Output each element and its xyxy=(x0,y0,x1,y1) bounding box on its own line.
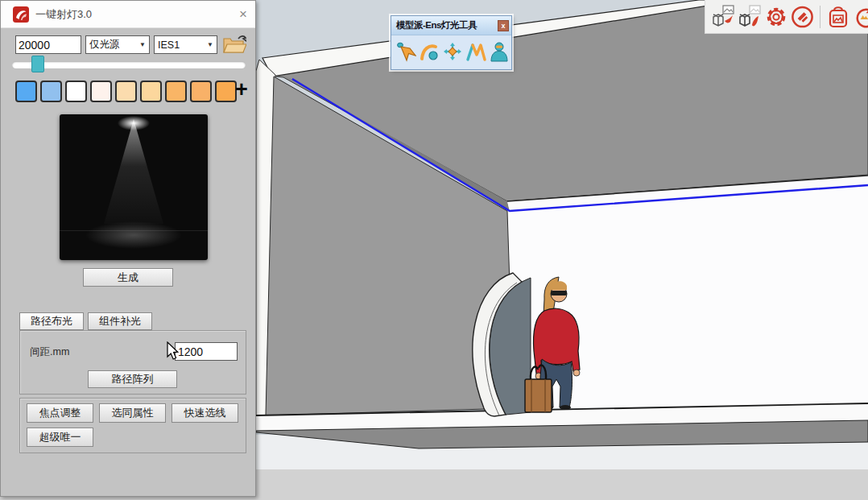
panel-close-icon[interactable]: × xyxy=(231,6,255,23)
color-swatch[interactable] xyxy=(140,81,162,102)
tools-group: 焦点调整选同属性快速选线超级唯一 xyxy=(19,398,246,453)
light-cone xyxy=(104,119,163,224)
light-mode-value: 仅光源 xyxy=(89,38,120,52)
spacing-input[interactable] xyxy=(175,342,238,361)
floor-glow xyxy=(85,221,182,249)
generate-button[interactable]: 生成 xyxy=(83,268,173,287)
ies-preview-image xyxy=(60,114,208,260)
lighting-toolbar-titlebar[interactable]: 模型派-Ens灯光工具 x xyxy=(391,16,511,35)
figure-light-tool-icon[interactable] xyxy=(489,38,510,64)
color-swatch[interactable] xyxy=(40,81,62,102)
render-toolbar xyxy=(705,0,868,34)
sketchup-window: 模型派-Ens灯光工具 x xyxy=(0,0,868,500)
chevron-down-icon: ▼ xyxy=(207,41,213,48)
figure-jacket xyxy=(534,308,580,374)
path-array-button[interactable]: 路径阵列 xyxy=(88,370,177,388)
sketchup-logo-icon xyxy=(13,6,29,23)
panel-titlebar[interactable]: 一键射灯3.0 × xyxy=(1,1,255,28)
color-swatch[interactable] xyxy=(15,81,37,102)
color-swatches xyxy=(15,81,237,102)
lighting-toolbar: 模型派-Ens灯光工具 x xyxy=(391,15,512,70)
panel-tabs: 路径布光组件补光 xyxy=(19,312,152,330)
asset-library-icon[interactable] xyxy=(825,3,850,31)
tab-component-fill[interactable]: 组件补光 xyxy=(88,312,152,330)
figure-sunglasses xyxy=(551,291,567,295)
path-lighting-group: 间距.mm 路径阵列 xyxy=(19,330,246,395)
figure-shoe-right xyxy=(560,405,571,410)
figure-bag xyxy=(525,379,552,412)
ies-value: IES1 xyxy=(158,39,180,51)
render-cube-brush-icon[interactable] xyxy=(737,3,762,31)
spotlight-panel: 一键射灯3.0 × 仅光源 ▼ IES1 ▼ + xyxy=(0,0,256,497)
tab-path-lighting[interactable]: 路径布光 xyxy=(19,312,84,330)
figure-hand-right xyxy=(573,370,580,376)
color-swatch[interactable] xyxy=(215,81,237,102)
toolbar-separator xyxy=(820,6,820,28)
path-light-tool-icon[interactable] xyxy=(419,38,440,64)
intensity-slider-handle[interactable] xyxy=(31,56,44,72)
ies-select[interactable]: IES1 ▼ xyxy=(154,35,217,54)
lighting-toolbar-title: 模型派-Ens灯光工具 xyxy=(396,19,498,31)
chevron-down-icon: ▼ xyxy=(139,41,146,48)
light-mode-select[interactable]: 仅光源 ▼ xyxy=(85,35,150,54)
color-swatch[interactable] xyxy=(190,81,212,102)
lighting-toolbar-body xyxy=(391,35,511,67)
sync-view-icon[interactable] xyxy=(852,3,868,31)
settings-gear-icon[interactable] xyxy=(763,3,788,31)
color-swatch[interactable] xyxy=(165,81,187,102)
move-light-tool-icon[interactable] xyxy=(442,38,463,64)
tool-button[interactable]: 超级唯一 xyxy=(27,428,93,447)
intensity-slider-track[interactable] xyxy=(12,61,246,68)
array-light-tool-icon[interactable] xyxy=(465,38,486,64)
lighting-toolbar-close-button[interactable]: x xyxy=(498,20,509,31)
tool-button[interactable]: 焦点调整 xyxy=(27,403,93,423)
color-swatch[interactable] xyxy=(65,81,87,102)
select-light-tool-icon[interactable] xyxy=(395,38,416,64)
panel-title: 一键射灯3.0 xyxy=(35,7,231,22)
open-folder-icon[interactable] xyxy=(221,34,247,56)
intensity-input[interactable] xyxy=(15,35,81,54)
add-color-button[interactable]: + xyxy=(235,79,248,101)
light-source-hotspot xyxy=(118,116,150,130)
enscape-logo-icon[interactable] xyxy=(790,3,815,31)
color-swatch[interactable] xyxy=(115,81,137,102)
render-cube-image-icon[interactable] xyxy=(710,3,735,31)
spacing-label: 间距.mm xyxy=(30,345,69,359)
tool-button[interactable]: 快速选线 xyxy=(172,403,238,423)
color-swatch[interactable] xyxy=(90,81,112,102)
tool-button[interactable]: 选同属性 xyxy=(99,403,166,423)
